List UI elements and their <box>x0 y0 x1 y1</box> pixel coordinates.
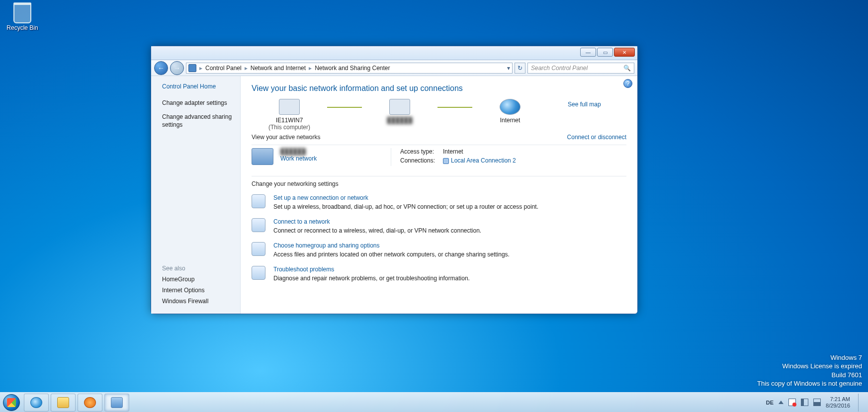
tray-overflow-icon[interactable] <box>779 401 783 404</box>
start-button[interactable] <box>0 393 23 412</box>
see-also-heading: See also <box>162 265 233 272</box>
globe-icon <box>500 99 521 115</box>
clock[interactable]: 7:21 AM 8/29/2016 <box>826 396 850 409</box>
setting-new-connection-link[interactable]: Set up a new connection or network <box>273 194 538 201</box>
setting-connect-network-link[interactable]: Connect to a network <box>273 218 481 225</box>
start-orb-icon <box>3 394 20 411</box>
breadcrumb-network-internet[interactable]: Network and Internet <box>251 65 306 72</box>
action-center-icon[interactable] <box>788 399 796 406</box>
sidebar-task-adapter[interactable]: Change adapter settings <box>162 99 233 107</box>
connect-network-icon <box>252 218 265 232</box>
setting-new-connection: Set up a new connection or network Set u… <box>252 194 626 210</box>
breadcrumb-sep: ▸ <box>199 65 202 72</box>
search-input[interactable]: Search Control Panel 🔍 <box>527 63 634 74</box>
forward-button[interactable]: → <box>170 61 184 75</box>
access-type-value: Internet <box>443 148 463 155</box>
work-network-icon <box>252 148 273 165</box>
setting-homegroup: Choose homegroup and sharing options Acc… <box>252 242 626 258</box>
setting-connect-network: Connect to a network Connect or reconnec… <box>252 218 626 234</box>
window-titlebar[interactable]: — ▭ ✕ <box>151 46 637 60</box>
minimize-button[interactable]: — <box>580 48 596 57</box>
search-icon: 🔍 <box>623 65 631 72</box>
explorer-icon <box>57 397 69 408</box>
language-indicator[interactable]: DE <box>766 400 774 406</box>
network-type-link[interactable]: Work network <box>280 155 317 162</box>
ie-icon <box>30 397 42 408</box>
maximize-button[interactable]: ▭ <box>597 48 613 57</box>
see-also-firewall[interactable]: Windows Firewall <box>162 298 233 305</box>
control-panel-home-link[interactable]: Control Panel Home <box>162 83 233 90</box>
access-type-label: Access type: <box>400 148 439 155</box>
gateway-icon <box>389 99 410 115</box>
see-also-internet-options[interactable]: Internet Options <box>162 287 233 294</box>
control-panel-window: — ▭ ✕ ← → ▸ Control Panel ▸ Network and … <box>151 46 638 314</box>
taskbar: DE 7:21 AM 8/29/2016 <box>0 392 868 412</box>
computer-icon <box>279 99 300 115</box>
network-map: IE11WIN7 (This computer) ██████ Internet… <box>252 99 626 131</box>
recycle-bin[interactable]: Recycle Bin <box>5 2 40 31</box>
navigation-bar: ← → ▸ Control Panel ▸ Network and Intern… <box>151 60 637 76</box>
connection-link[interactable]: Local Area Connection 2 <box>451 157 516 164</box>
show-desktop-button[interactable] <box>858 394 864 412</box>
page-heading: View your basic network information and … <box>252 84 626 93</box>
troubleshoot-icon <box>252 266 265 280</box>
breadcrumb-control-panel[interactable]: Control Panel <box>205 65 242 72</box>
setting-troubleshoot: Troubleshoot problems Diagnose and repai… <box>252 266 626 282</box>
volume-icon[interactable] <box>801 399 808 406</box>
address-bar[interactable]: ▸ Control Panel ▸ Network and Internet ▸… <box>186 63 513 74</box>
main-content: View your basic network information and … <box>241 76 637 314</box>
network-sharing-icon <box>188 64 196 72</box>
windows-watermark: Windows 7 Windows License is expired Bui… <box>757 353 862 388</box>
setting-homegroup-link[interactable]: Choose homegroup and sharing options <box>273 242 510 249</box>
recycle-bin-label: Recycle Bin <box>5 24 40 31</box>
sidebar: Control Panel Home Change adapter settin… <box>151 76 241 314</box>
sidebar-task-advanced[interactable]: Change advanced sharing settings <box>162 113 233 129</box>
settings-list: Set up a new connection or network Set u… <box>252 194 626 282</box>
new-connection-icon <box>252 194 265 208</box>
connect-disconnect-link[interactable]: Connect or disconnect <box>567 134 626 141</box>
refresh-button[interactable]: ↻ <box>515 63 525 74</box>
network-name: ██████ <box>280 148 317 155</box>
close-button[interactable]: ✕ <box>614 48 635 57</box>
see-full-map-link[interactable]: See full map <box>568 101 601 108</box>
active-network-panel: ██████ Work network Access type: Interne… <box>252 145 626 166</box>
taskbar-media-player[interactable] <box>78 394 102 412</box>
taskbar-ie[interactable] <box>24 394 49 412</box>
map-connection-line <box>437 107 472 108</box>
map-node-this-computer: IE11WIN7 (This computer) <box>252 99 327 131</box>
setting-troubleshoot-link[interactable]: Troubleshoot problems <box>273 266 470 273</box>
map-node-gateway: ██████ <box>362 99 437 124</box>
map-connection-line <box>327 107 362 108</box>
system-tray: DE 7:21 AM 8/29/2016 <box>766 394 864 412</box>
recycle-bin-icon <box>13 2 31 23</box>
homegroup-icon <box>252 242 265 256</box>
media-player-icon <box>84 397 96 408</box>
see-also-homegroup[interactable]: HomeGroup <box>162 276 233 283</box>
map-node-internet: Internet <box>472 99 548 124</box>
back-button[interactable]: ← <box>154 61 168 75</box>
search-placeholder: Search Control Panel <box>531 65 588 72</box>
address-dropdown[interactable]: ▾ <box>507 65 510 72</box>
taskbar-control-panel[interactable] <box>104 394 129 412</box>
control-panel-icon <box>111 397 123 408</box>
change-settings-heading: Change your networking settings <box>252 176 626 187</box>
network-tray-icon[interactable] <box>813 399 821 406</box>
breadcrumb-network-sharing[interactable]: Network and Sharing Center <box>315 65 390 72</box>
connection-icon <box>443 158 449 164</box>
taskbar-explorer[interactable] <box>51 394 76 412</box>
connections-label: Connections: <box>400 157 439 164</box>
